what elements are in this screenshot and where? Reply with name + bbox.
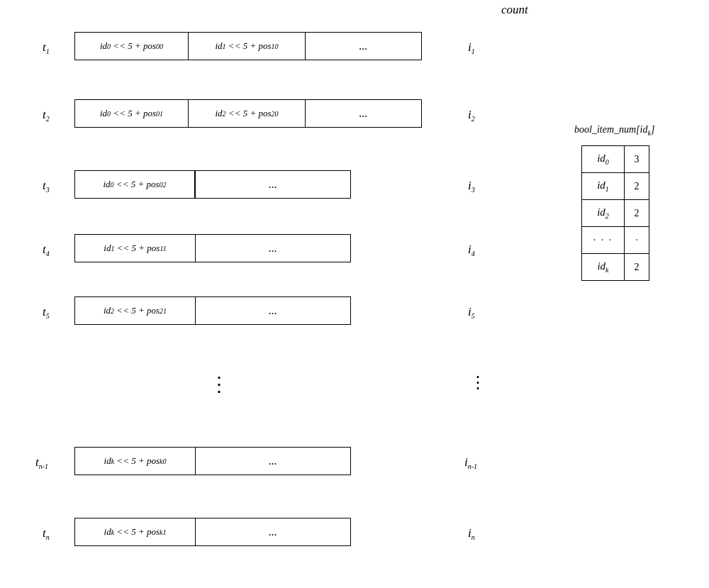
- vdots-count-middle: ⋮: [469, 372, 486, 392]
- tx-row-2: id0 << 5 + pos01 id2 << 5 + pos20 ...: [74, 99, 422, 128]
- count-header-label: count: [501, 3, 528, 17]
- tx-row-n1: idk << 5 + posk0 ...: [74, 447, 351, 475]
- tx2-cell1: id0 << 5 + pos01: [75, 100, 189, 127]
- bool-table-row-id2: id2 2: [582, 200, 649, 227]
- txn-cell2: ...: [196, 518, 350, 545]
- tx2-cell2: id2 << 5 + pos20: [189, 100, 306, 127]
- bool-id-dots: · · ·: [582, 227, 625, 254]
- bool-id1: id1: [582, 173, 625, 200]
- tx4-cell1: id1 << 5 + pos11: [75, 235, 196, 262]
- count-i4: i4: [468, 243, 475, 257]
- tx1-cell3: ...: [306, 33, 421, 60]
- row-label-t2: t2: [43, 108, 50, 123]
- main-diagram: count t1 id0 << 5 + pos00 id1 << 5 + pos…: [0, 0, 709, 588]
- bool-val2: 2: [625, 200, 649, 227]
- bool-val0: 3: [625, 146, 649, 173]
- vdots-middle: ⋮: [209, 372, 229, 396]
- tx4-cell2: ...: [196, 235, 350, 262]
- tx-row-4: id1 << 5 + pos11 ...: [74, 234, 351, 262]
- tx1-cell1: id0 << 5 + pos00: [75, 33, 189, 60]
- bool-idk: idk: [582, 254, 625, 281]
- row-label-t3: t3: [43, 179, 50, 194]
- bool-id0: id0: [582, 146, 625, 173]
- row-label-t4: t4: [43, 243, 50, 257]
- row-label-tn1: tn-1: [35, 455, 48, 470]
- row-label-t5: t5: [43, 305, 50, 320]
- tx3-cell2: ...: [196, 171, 350, 198]
- bool-table-row-id1: id1 2: [582, 173, 649, 200]
- bool-table-header: bool_item_num[idk]: [574, 124, 654, 137]
- txn-cell1: idk << 5 + posk1: [75, 518, 196, 545]
- bool-id2: id2: [582, 200, 625, 227]
- tx5-cell2: ...: [196, 297, 350, 324]
- bool-table-row-idk: idk 2: [582, 254, 649, 281]
- tx5-cell1: id2 << 5 + pos21: [75, 297, 196, 324]
- count-i2: i2: [468, 108, 475, 123]
- tx3-cell1: id0 << 5 + pos02: [75, 171, 196, 198]
- row-label-tn: tn: [43, 526, 50, 541]
- count-i3: i3: [468, 179, 475, 194]
- txn1-cell1: idk << 5 + posk0: [75, 448, 196, 475]
- tx2-cell3: ...: [306, 100, 421, 127]
- txn1-cell2: ...: [196, 448, 350, 475]
- tx-row-n: idk << 5 + posk1 ...: [74, 518, 351, 546]
- bool-val1: 2: [625, 173, 649, 200]
- bool-table-row-dots: · · · ·: [582, 227, 649, 254]
- bool-item-table: id0 3 id1 2 id2 2 · · · · idk 2: [581, 145, 649, 281]
- row-label-t1: t1: [43, 40, 50, 55]
- count-i5: i5: [468, 305, 475, 320]
- bool-val-dots: ·: [625, 227, 649, 254]
- tx-row-5: id2 << 5 + pos21 ...: [74, 296, 351, 325]
- bool-valk: 2: [625, 254, 649, 281]
- bool-table-row-id0: id0 3: [582, 146, 649, 173]
- tx1-cell2: id1 << 5 + pos10: [189, 33, 306, 60]
- count-in1: in-1: [464, 455, 477, 470]
- tx-row-3: id0 << 5 + pos02 ...: [74, 170, 351, 199]
- count-i1: i1: [468, 40, 475, 55]
- tx-row-1: id0 << 5 + pos00 id1 << 5 + pos10 ...: [74, 32, 422, 60]
- count-in: in: [468, 526, 475, 541]
